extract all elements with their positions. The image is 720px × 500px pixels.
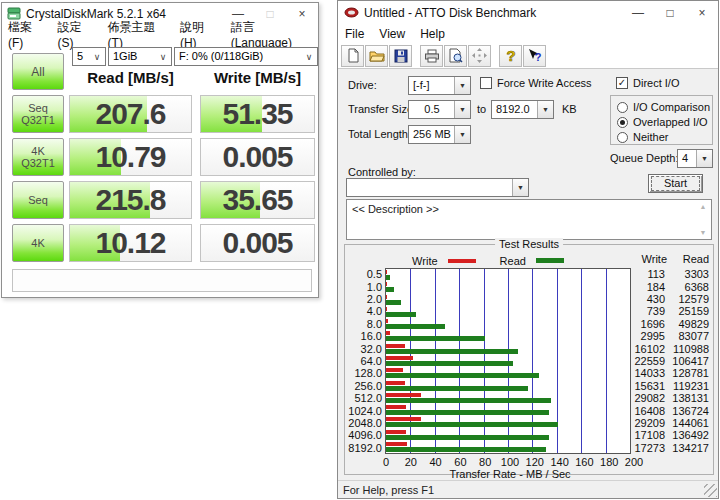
direct-io-checkbox[interactable]: ✓ Direct I/O [616, 77, 679, 89]
write-bar [386, 417, 421, 421]
chart-row [386, 392, 630, 404]
read-value: 144061 [667, 417, 711, 429]
pan-icon [468, 45, 491, 67]
atto-statusbar: For Help, press F1 [338, 480, 718, 498]
cdm-result-row: 4K10.120.005 [2, 224, 318, 262]
cdm-menu-file[interactable]: 檔案(F) [2, 17, 51, 52]
dropdown-arrow-icon: ▼ [454, 126, 470, 143]
read-value: 110988 [667, 342, 711, 354]
context-help-icon[interactable]: ? [523, 45, 546, 67]
write-bar [386, 356, 413, 360]
chart-row [386, 441, 630, 453]
read-value: 106417 [667, 355, 711, 367]
total-length-select[interactable]: 256 MB ▼ [408, 125, 471, 144]
cdm-run-count-select[interactable]: 5 ∨ [72, 47, 106, 66]
cdm-score-value: 35.65 [201, 182, 314, 218]
read-bar [386, 447, 546, 452]
atto-close-button[interactable]: × [686, 1, 718, 24]
radio-icon [617, 102, 628, 113]
chevron-down-icon: ∨ [89, 48, 105, 65]
write-value: 16408 [631, 404, 667, 416]
chart-row [386, 355, 630, 367]
atto-maximize-button[interactable]: □ [654, 1, 686, 24]
test-results-title: Test Results [495, 238, 563, 250]
write-bar [386, 381, 405, 385]
atto-menu-file[interactable]: File [338, 25, 372, 43]
transfer-size-from-select[interactable]: 0.5 ▼ [408, 100, 471, 119]
transfer-size-to-select[interactable]: 8192.0 ▼ [491, 100, 554, 119]
neither-label: Neither [633, 131, 668, 143]
force-write-access-checkbox[interactable]: Force Write Access [480, 77, 592, 89]
read-column-header: Read [667, 253, 711, 268]
start-button[interactable]: Start [648, 174, 703, 193]
cdm-all-button[interactable]: All [12, 53, 64, 90]
print-icon[interactable] [420, 45, 443, 67]
write-bar [386, 393, 421, 397]
radio-selected-icon [617, 117, 628, 128]
read-value: 49829 [667, 318, 711, 330]
open-folder-icon[interactable] [365, 45, 388, 67]
cdm-score-value: 0.005 [201, 225, 314, 261]
chart-row [386, 367, 630, 379]
cdm-test-button-label: Seq [28, 194, 48, 206]
cdm-score-value: 10.79 [70, 139, 191, 175]
help-icon[interactable]: ? [499, 45, 522, 67]
write-value: 184 [631, 280, 667, 292]
cdm-comment-box[interactable] [12, 269, 312, 292]
read-bar [386, 435, 549, 440]
x-tick-label: 180 [600, 456, 618, 468]
cdm-write-cell: 0.005 [200, 224, 315, 262]
scroll-up-icon[interactable]: ▲ [700, 203, 707, 210]
description-box[interactable]: << Description >> ▲ ▼ [346, 199, 712, 240]
cdm-read-cell: 215.8 [69, 181, 192, 219]
block-size-label: 0.5 [345, 268, 385, 280]
x-axis-ticks: 020406080100120140160180200 [386, 454, 634, 468]
cdm-test-button[interactable]: SeqQ32T1 [12, 95, 64, 133]
cdm-test-button[interactable]: 4KQ32T1 [12, 138, 64, 176]
status-text: For Help, press F1 [343, 484, 434, 496]
write-bar [386, 344, 405, 348]
atto-window: Untitled - ATTO Disk Benchmark — □ × Fil… [337, 0, 719, 499]
cdm-test-size-select[interactable]: 1GiB ∨ [108, 47, 172, 66]
atto-minimize-button[interactable]: — [622, 1, 654, 24]
read-values-column: 3303636812579251594982983077110988106417… [667, 268, 711, 454]
overlapped-io-radio[interactable]: Overlapped I/O [617, 116, 712, 128]
radio-icon [617, 132, 628, 143]
direct-io-label: Direct I/O [633, 77, 679, 89]
queue-depth-select[interactable]: 4 ▼ [677, 149, 713, 168]
chart-row [386, 281, 630, 293]
atto-menu-help[interactable]: Help [413, 25, 453, 43]
kb-label: KB [562, 103, 577, 115]
resize-grip[interactable] [704, 484, 717, 497]
neither-radio[interactable]: Neither [617, 131, 712, 143]
write-swatch-icon [448, 259, 476, 263]
atto-menu-view[interactable]: View [372, 25, 413, 43]
results-header-row: Write Read Write Read [345, 253, 713, 268]
write-value: 17108 [631, 429, 667, 441]
io-comparison-radio[interactable]: I/O Comparison [617, 101, 712, 113]
block-size-labels: 0.51.02.04.08.016.032.064.0128.0256.0512… [345, 268, 385, 454]
atto-titlebar[interactable]: Untitled - ATTO Disk Benchmark — □ × [338, 1, 718, 24]
block-size-label: 4.0 [345, 305, 385, 317]
new-document-icon[interactable] [341, 45, 364, 67]
description-scrollbar[interactable]: ▲ ▼ [696, 201, 710, 238]
drive-select[interactable]: [-f-] ▼ [408, 76, 471, 95]
description-text: << Description >> [352, 203, 439, 215]
atto-form: Drive: [-f-] ▼ Force Write Access ✓ Dire… [338, 70, 718, 480]
write-value: 17273 [631, 442, 667, 454]
controlled-by-select[interactable]: ▼ [346, 178, 529, 197]
transfer-to-value: 8192.0 [492, 101, 537, 118]
scroll-down-icon[interactable]: ▼ [700, 229, 707, 236]
save-icon[interactable] [389, 45, 412, 67]
write-bar [386, 430, 406, 434]
x-tick-label: 200 [625, 456, 643, 468]
to-label: to [477, 103, 486, 115]
write-value: 1696 [631, 318, 667, 330]
cdm-drive-select[interactable]: F: 0% (0/118GiB) ∨ [174, 47, 318, 66]
io-mode-group: I/O Comparison Overlapped I/O Neither [610, 95, 713, 145]
cdm-test-button[interactable]: 4K [12, 224, 64, 262]
read-value: 136492 [667, 429, 711, 441]
print-preview-icon[interactable] [444, 45, 467, 67]
cdm-test-button[interactable]: Seq [12, 181, 64, 219]
overlapped-io-label: Overlapped I/O [633, 116, 708, 128]
